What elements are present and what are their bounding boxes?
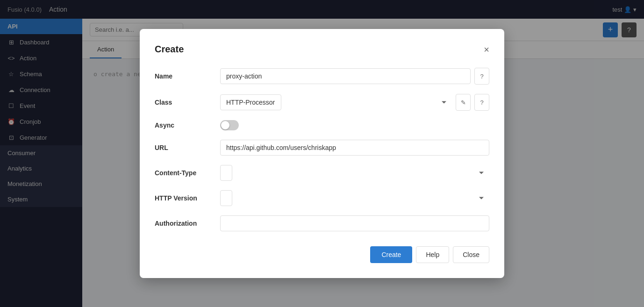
- content-type-row: Content-Type: [155, 165, 489, 181]
- create-modal: Create × Name ? Class HTTP-Processor ✎ ?: [140, 29, 504, 278]
- http-version-row: HTTP Version: [155, 190, 489, 206]
- authorization-field: [220, 215, 489, 231]
- name-row: Name ?: [155, 68, 489, 85]
- async-row: Async: [155, 120, 489, 130]
- url-input[interactable]: [220, 140, 489, 156]
- async-label: Async: [155, 121, 220, 129]
- modal-title: Create: [155, 44, 184, 55]
- class-select[interactable]: HTTP-Processor: [220, 94, 281, 110]
- http-version-select[interactable]: [220, 190, 232, 206]
- http-version-field: [220, 190, 489, 206]
- http-version-label: HTTP Version: [155, 194, 220, 202]
- content-type-select-wrapper: [220, 165, 489, 181]
- name-field: ?: [220, 68, 489, 85]
- class-field: HTTP-Processor ✎ ?: [220, 94, 489, 111]
- create-button[interactable]: Create: [370, 246, 412, 263]
- modal-overlay: Create × Name ? Class HTTP-Processor ✎ ?: [0, 0, 644, 307]
- content-type-field: [220, 165, 489, 181]
- name-help-button[interactable]: ?: [474, 68, 489, 85]
- class-select-wrapper: HTTP-Processor: [220, 94, 452, 110]
- name-label: Name: [155, 72, 220, 80]
- name-input[interactable]: [220, 68, 471, 84]
- url-row: URL: [155, 140, 489, 156]
- modal-header: Create ×: [155, 44, 489, 55]
- content-type-label: Content-Type: [155, 169, 220, 177]
- http-version-select-wrapper: [220, 190, 489, 206]
- toggle-knob: [221, 121, 229, 129]
- authorization-label: Authorization: [155, 220, 220, 227]
- authorization-input[interactable]: [220, 215, 489, 231]
- close-modal-button[interactable]: Close: [453, 246, 489, 263]
- url-label: URL: [155, 144, 220, 151]
- modal-footer: Create Help Close: [155, 246, 489, 263]
- class-label: Class: [155, 99, 220, 106]
- help-modal-button[interactable]: Help: [416, 246, 449, 263]
- class-edit-button[interactable]: ✎: [456, 94, 471, 111]
- async-field: [220, 120, 489, 130]
- authorization-row: Authorization: [155, 215, 489, 231]
- content-type-select[interactable]: [220, 165, 232, 181]
- async-toggle[interactable]: [220, 120, 239, 130]
- url-field: [220, 140, 489, 156]
- class-help-button[interactable]: ?: [474, 94, 489, 111]
- class-row: Class HTTP-Processor ✎ ?: [155, 94, 489, 111]
- modal-close-button[interactable]: ×: [484, 45, 489, 54]
